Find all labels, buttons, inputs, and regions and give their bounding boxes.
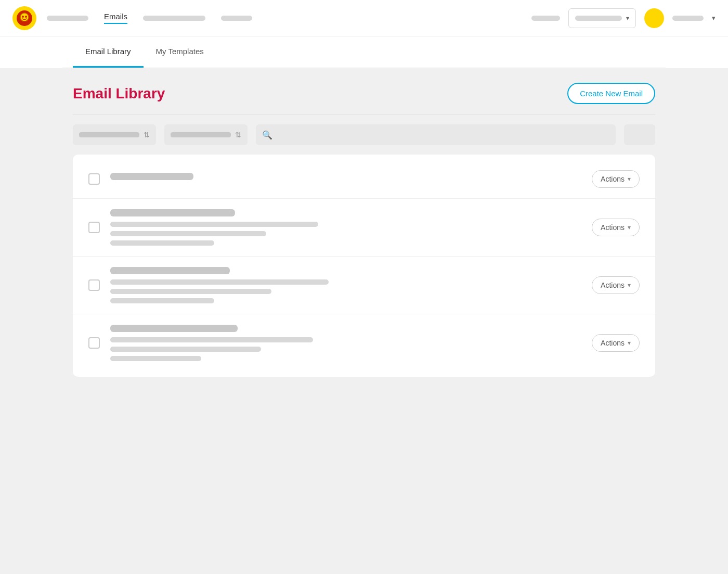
email-line-3-3 <box>110 298 214 303</box>
nav-links: Emails <box>47 12 531 24</box>
actions-label-2: Actions <box>601 223 625 232</box>
actions-chevron-icon-3: ▾ <box>628 282 631 289</box>
main-container: Email Library My Templates <box>62 36 666 68</box>
tab-email-library[interactable]: Email Library <box>73 36 144 68</box>
logo-inner <box>17 10 32 26</box>
email-content-4 <box>110 325 581 361</box>
svg-rect-3 <box>23 21 26 24</box>
email-checkbox-4[interactable] <box>88 337 100 349</box>
tabs-bar: Email Library My Templates <box>62 36 666 68</box>
user-avatar[interactable] <box>644 8 664 28</box>
filter-select-2[interactable]: ⇅ <box>164 124 248 145</box>
email-item-4: Actions ▾ <box>73 314 655 372</box>
email-line-3-2 <box>110 289 271 294</box>
dropdown-placeholder <box>575 16 622 21</box>
email-content-1 <box>110 173 581 185</box>
page-header: Email Library Create New Email <box>73 68 655 114</box>
email-list: Actions ▾ Actions ▾ <box>73 155 655 377</box>
email-checkbox-1[interactable] <box>88 173 100 185</box>
nav-link-emails[interactable]: Emails <box>104 12 127 24</box>
page-title: Email Library <box>73 85 165 102</box>
search-icon: 🔍 <box>262 130 272 140</box>
email-line-4-3 <box>110 356 201 361</box>
filter-select-1-placeholder <box>79 132 139 137</box>
svg-point-0 <box>20 13 29 21</box>
svg-point-1 <box>22 16 24 18</box>
email-item-3: Actions ▾ <box>73 257 655 314</box>
email-content-3 <box>110 267 581 303</box>
top-navigation: Emails ▾ ▾ <box>0 0 728 36</box>
filter-select-1-arrow-icon: ⇅ <box>144 131 150 139</box>
tabs: Email Library My Templates <box>73 36 655 68</box>
email-item-1: Actions ▾ <box>73 160 655 199</box>
svg-point-2 <box>25 16 27 18</box>
email-line-2-1 <box>110 222 318 227</box>
actions-button-3[interactable]: Actions ▾ <box>592 276 640 294</box>
actions-label-1: Actions <box>601 175 625 183</box>
content-container: Email Library Create New Email ⇅ ⇅ 🔍 <box>62 68 666 377</box>
nav-right-placeholder-1 <box>531 16 560 21</box>
actions-label-4: Actions <box>601 339 625 347</box>
email-checkbox-3[interactable] <box>88 279 100 291</box>
actions-chevron-icon-4: ▾ <box>628 339 631 347</box>
actions-label-3: Actions <box>601 281 625 289</box>
nav-dropdown[interactable]: ▾ <box>568 8 636 28</box>
actions-button-4[interactable]: Actions ▾ <box>592 334 640 352</box>
user-name-placeholder <box>672 16 704 21</box>
email-item-2: Actions ▾ <box>73 199 655 257</box>
email-title-1 <box>110 173 193 180</box>
actions-chevron-icon-2: ▾ <box>628 224 631 231</box>
filter-button[interactable] <box>624 124 655 145</box>
logo[interactable] <box>12 6 36 30</box>
email-line-2-2 <box>110 231 266 236</box>
logo-icon <box>18 11 31 25</box>
nav-placeholder-1 <box>47 16 88 21</box>
filter-select-2-arrow-icon: ⇅ <box>235 131 241 139</box>
email-title-4 <box>110 325 238 332</box>
search-input[interactable] <box>256 124 616 145</box>
create-new-email-button[interactable]: Create New Email <box>567 83 655 104</box>
search-container: 🔍 <box>256 124 616 145</box>
email-line-3-1 <box>110 279 329 285</box>
actions-chevron-icon-1: ▾ <box>628 175 631 183</box>
tab-my-templates[interactable]: My Templates <box>144 36 216 68</box>
email-line-2-3 <box>110 240 214 246</box>
user-menu-chevron-icon[interactable]: ▾ <box>712 14 716 22</box>
filter-select-2-placeholder <box>171 132 231 137</box>
email-content-2 <box>110 209 581 246</box>
email-title-3 <box>110 267 230 274</box>
nav-right: ▾ ▾ <box>531 8 716 28</box>
actions-button-1[interactable]: Actions ▾ <box>592 170 640 188</box>
email-line-4-2 <box>110 347 261 352</box>
nav-placeholder-3 <box>221 16 252 21</box>
email-title-2 <box>110 209 235 216</box>
filter-select-1[interactable]: ⇅ <box>73 124 156 145</box>
email-line-4-1 <box>110 337 313 342</box>
nav-placeholder-2 <box>143 16 205 21</box>
dropdown-arrow-icon: ▾ <box>626 15 629 22</box>
email-checkbox-2[interactable] <box>88 222 100 233</box>
filters-bar: ⇅ ⇅ 🔍 <box>73 115 655 155</box>
actions-button-2[interactable]: Actions ▾ <box>592 219 640 236</box>
